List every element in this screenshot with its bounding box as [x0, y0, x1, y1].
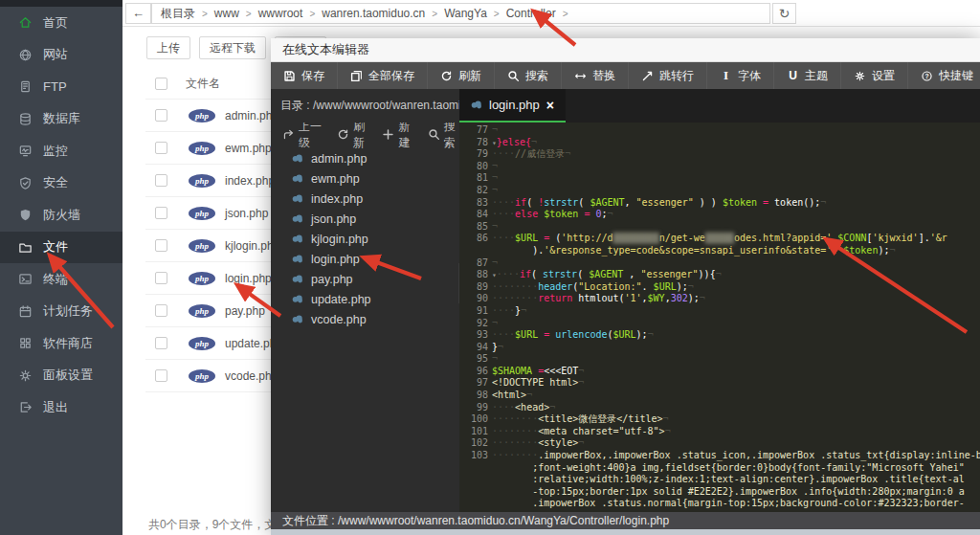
toolbar-label: 替换: [592, 68, 615, 84]
select-all-checkbox[interactable]: [155, 78, 167, 90]
sidebar-item-db[interactable]: 数据库: [0, 103, 122, 136]
tree-file-admin.php[interactable]: admin.php: [271, 148, 459, 168]
breadcrumb-item[interactable]: www: [214, 7, 239, 20]
toolbar-help-button[interactable]: ?快捷键: [908, 62, 980, 89]
tree-action-search[interactable]: 搜索: [428, 123, 459, 151]
file-name[interactable]: login.php: [225, 272, 272, 285]
tree-file-login.php[interactable]: login.php: [271, 249, 459, 269]
toolbar-saveall-button[interactable]: 全部保存: [338, 62, 428, 89]
editor-title-bar[interactable]: 在线文本编辑器: [271, 38, 980, 62]
code-token: ¬: [648, 329, 654, 340]
tree-file-update.php[interactable]: update.php: [271, 289, 459, 309]
code-token: htmlout(: [572, 293, 624, 303]
button-上传[interactable]: 上传: [146, 36, 190, 59]
sidebar-item-home[interactable]: 首页: [0, 7, 122, 39]
file-checkbox[interactable]: [155, 337, 167, 349]
tree-action-up[interactable]: 上一级: [282, 123, 323, 151]
sidebar-item-files[interactable]: 文件: [0, 232, 122, 264]
code-token: ¬: [531, 137, 537, 147]
toolbar-theme-button[interactable]: U主题: [774, 62, 841, 89]
file-checkbox[interactable]: [155, 207, 167, 219]
tab-close-icon[interactable]: ×: [546, 98, 554, 113]
replace-icon: [574, 70, 587, 82]
breadcrumb-item[interactable]: 根目录: [161, 6, 195, 22]
breadcrumb-item[interactable]: WangYa: [444, 7, 487, 20]
tree-action-refresh[interactable]: 刷新: [337, 123, 368, 151]
sidebar-item-term[interactable]: 终端: [0, 263, 122, 296]
toolbar-font-button[interactable]: I字体: [707, 62, 774, 89]
code-token: ¬: [549, 402, 555, 412]
tab-login-php[interactable]: login.php ×: [459, 89, 566, 123]
file-checkbox[interactable]: [155, 369, 167, 382]
refresh-button[interactable]: ↻: [772, 3, 796, 24]
php-file-icon: [292, 313, 303, 326]
tree-file-name: index.php: [311, 192, 363, 206]
toolbar-refresh-button[interactable]: 刷新: [428, 62, 495, 89]
code-token: odes.html?appid=': [734, 233, 832, 243]
breadcrumb-item[interactable]: Controller: [506, 7, 556, 20]
back-button[interactable]: ←: [125, 3, 151, 24]
php-badge-icon: php: [189, 239, 215, 253]
file-checkbox[interactable]: [155, 239, 167, 252]
tree-file-vcode.php[interactable]: vcode.php: [271, 309, 459, 329]
code-token: ····: [492, 402, 515, 412]
code-token: ¬: [492, 124, 498, 135]
code-token: ¬: [492, 161, 498, 171]
sidebar-collapse-handle[interactable]: ‹: [458, 263, 459, 303]
code-token: ····: [492, 148, 515, 159]
toolbar-label: 刷新: [458, 68, 481, 84]
code-token: //威信登录: [515, 148, 565, 159]
line-number-gutter: 83: [459, 197, 492, 210]
breadcrumb-item[interactable]: wanren.taomiduo.cn: [322, 7, 425, 20]
code-line: 87¬: [459, 257, 980, 270]
file-name[interactable]: index.php: [225, 174, 275, 188]
file-checkbox[interactable]: [155, 109, 167, 122]
toolbar-save-button[interactable]: 保存: [271, 62, 338, 89]
code-token: ,: [625, 197, 636, 208]
code-token: urlencode: [555, 329, 607, 340]
sidebar-item-exit[interactable]: 退出: [0, 391, 122, 424]
code-token: ¬: [608, 209, 613, 219]
tree-action-plus[interactable]: 新建: [382, 123, 413, 151]
toolbar-replace-button[interactable]: 替换: [562, 62, 629, 89]
tree-file-pay.php[interactable]: pay.php: [271, 269, 459, 289]
toolbar-search-button[interactable]: 搜索: [495, 62, 562, 89]
breadcrumb-item[interactable]: wwwroot: [258, 7, 303, 20]
tree-file-kjlogin.php[interactable]: kjlogin.php: [271, 229, 459, 249]
file-checkbox[interactable]: [155, 304, 167, 317]
toolbar-goto-button[interactable]: 跳转行: [629, 62, 707, 89]
exit-icon: [17, 400, 33, 415]
file-checkbox[interactable]: [155, 272, 167, 284]
saveall-icon: [350, 70, 363, 82]
sidebar-item-ftp[interactable]: FTP: [0, 71, 122, 103]
sidebar-item-monitor[interactable]: 监控: [0, 135, 122, 167]
file-name[interactable]: json.php: [225, 207, 268, 220]
tree-file-index.php[interactable]: index.php: [271, 189, 459, 209]
tree-file-ewm.php[interactable]: ewm.php: [271, 168, 459, 189]
php-file-icon: [292, 192, 303, 206]
file-checkbox[interactable]: [155, 142, 167, 154]
code-line: 103········.impowerBox,.impowerBox .stat…: [459, 450, 980, 462]
file-name[interactable]: ewm.php: [225, 142, 272, 155]
line-number-gutter: 96: [459, 366, 492, 378]
code-token: $AGENT: [590, 197, 624, 208]
sidebar-item-store[interactable]: 软件商店: [0, 327, 122, 360]
code-token: .impowerBox .status.normal{margin-top:15…: [532, 498, 965, 508]
sidebar-item-cron[interactable]: 计划任务: [0, 296, 122, 328]
file-checkbox[interactable]: [155, 174, 167, 187]
breadcrumb-separator: >: [246, 9, 252, 19]
code-editor[interactable]: 77¬78▾}else{¬79····//威信登录¬80¬81¬82¬83···…: [459, 123, 980, 512]
sidebar-item-safe[interactable]: 安全: [0, 167, 122, 200]
tree-file-json.php[interactable]: json.php: [271, 209, 459, 229]
code-token: ········: [492, 413, 538, 424]
search-icon: [507, 70, 520, 82]
sidebar-item-panel[interactable]: 面板设置: [0, 360, 122, 392]
sidebar-item-site[interactable]: 网站: [0, 39, 122, 72]
button-远程下载[interactable]: 远程下载: [199, 36, 266, 59]
code-line: :relative;width:100%;z-index:1;text-alig…: [459, 474, 980, 486]
sidebar-item-firewall[interactable]: 防火墙: [0, 199, 122, 232]
file-name[interactable]: pay.php: [225, 304, 265, 318]
store-icon: [17, 336, 33, 351]
code-line: 99····<head>¬: [459, 402, 980, 414]
toolbar-gear-button[interactable]: 设置: [841, 62, 908, 89]
